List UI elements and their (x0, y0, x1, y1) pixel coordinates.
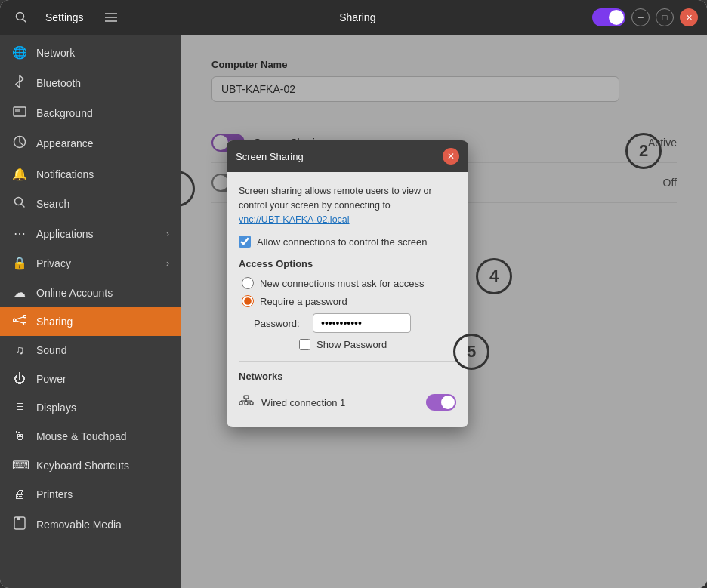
minimize-button[interactable]: ─ (631, 8, 650, 26)
ask-radio[interactable] (242, 277, 254, 289)
online-accounts-icon: ☁ (12, 285, 27, 300)
annotation-3: 3 (181, 171, 195, 207)
modal-body: Screen sharing allows remote users to vi… (227, 172, 468, 427)
show-password-checkbox[interactable] (299, 339, 310, 350)
svg-rect-6 (15, 109, 20, 112)
wired-icon (239, 395, 254, 410)
network-name: Wired connection 1 (261, 397, 418, 408)
network-row: Wired connection 1 (239, 389, 456, 415)
settings-title: Settings (39, 11, 90, 23)
sidebar-item-printers[interactable]: 🖨 Printers (0, 480, 181, 509)
search-nav-icon (12, 196, 27, 211)
search-icon[interactable] (9, 5, 33, 29)
access-options-label: Access Options (239, 258, 456, 269)
svg-rect-18 (239, 402, 242, 405)
allow-connections-row: Allow connections to control the screen (239, 236, 456, 248)
networks-section: Networks (239, 371, 456, 415)
password-input[interactable] (313, 313, 411, 333)
sidebar-item-keyboard-shortcuts[interactable]: ⌨ Keyboard Shortcuts (0, 451, 181, 480)
modal-close-button[interactable]: ✕ (443, 148, 459, 165)
window-title: Sharing (129, 11, 586, 23)
svg-rect-17 (244, 396, 249, 399)
sidebar-item-label: Displays (36, 402, 76, 414)
modal-overlay: 3 Screen Sharing ✕ Screen sharing allows… (181, 35, 707, 588)
sidebar-item-label: Applications (36, 228, 94, 240)
sidebar-item-applications[interactable]: ⋯ Applications › (0, 219, 181, 248)
vnc-link[interactable]: vnc://UBT-KAFKA-02.local (239, 214, 350, 225)
titlebar: Settings Sharing ─ □ ✕ (0, 0, 707, 35)
content-area: 🌐 Network Bluetooth Background (0, 35, 707, 588)
sidebar-item-label: Notifications (36, 168, 94, 180)
network-toggle[interactable] (426, 394, 456, 411)
allow-connections-checkbox[interactable] (239, 236, 251, 248)
sound-icon: ♫ (12, 343, 27, 357)
svg-rect-20 (250, 402, 253, 405)
svg-rect-16 (17, 517, 20, 520)
modal-titlebar: Screen Sharing ✕ (227, 140, 468, 172)
main-toggle[interactable] (592, 8, 625, 26)
sidebar-item-background[interactable]: Background (0, 99, 181, 128)
sidebar: 🌐 Network Bluetooth Background (0, 35, 181, 588)
sidebar-item-label: Printers (36, 488, 73, 500)
show-password-label: Show Password (316, 339, 387, 350)
sidebar-item-privacy[interactable]: 🔒 Privacy › (0, 248, 181, 278)
require-password-label: Require a password (260, 296, 347, 307)
privacy-icon: 🔒 (12, 256, 27, 270)
sidebar-item-label: Mouse & Touchpad (36, 430, 127, 442)
svg-line-9 (22, 205, 25, 208)
window-controls: ─ □ ✕ (592, 8, 698, 26)
modal-title: Screen Sharing (236, 151, 304, 162)
sidebar-item-label: Background (36, 107, 93, 119)
displays-icon: 🖥 (12, 401, 27, 414)
network-icon: 🌐 (12, 45, 27, 60)
sidebar-item-notifications[interactable]: 🔔 Notifications (0, 159, 181, 189)
sidebar-item-appearance[interactable]: Appearance (0, 128, 181, 159)
sidebar-item-bluetooth[interactable]: Bluetooth (0, 67, 181, 99)
applications-chevron: › (166, 229, 169, 239)
screen-sharing-modal: Screen Sharing ✕ Screen sharing allows r… (227, 140, 468, 427)
svg-point-10 (13, 319, 16, 322)
ask-label: New connections must ask for access (260, 278, 424, 289)
appearance-icon (12, 135, 27, 152)
svg-line-1 (23, 20, 26, 23)
sidebar-item-power[interactable]: ⏻ Power (0, 365, 181, 393)
sidebar-item-displays[interactable]: 🖥 Displays (0, 393, 181, 422)
annotation-4: 4 (476, 258, 512, 294)
bluetooth-icon (12, 75, 27, 91)
sidebar-item-sound[interactable]: ♫ Sound (0, 336, 181, 365)
sidebar-item-label: Privacy (36, 257, 71, 269)
require-password-row: Require a password (239, 295, 456, 307)
sidebar-item-online-accounts[interactable]: ☁ Online Accounts (0, 278, 181, 307)
mouse-icon: 🖱 (12, 429, 27, 443)
networks-label: Networks (239, 371, 456, 382)
power-icon: ⏻ (12, 372, 27, 386)
svg-line-13 (16, 317, 24, 319)
require-password-radio[interactable] (242, 295, 254, 307)
ask-access-row: New connections must ask for access (239, 277, 456, 289)
sidebar-item-network[interactable]: 🌐 Network (0, 38, 181, 67)
background-icon (12, 106, 27, 120)
sidebar-item-label: Search (36, 198, 69, 210)
modal-description: Screen sharing allows remote users to vi… (239, 184, 456, 226)
sidebar-item-search[interactable]: Search (0, 189, 181, 219)
menu-icon[interactable] (99, 5, 123, 29)
main-content: Computer Name Screen Sharing Active Off … (181, 35, 707, 588)
svg-rect-19 (245, 402, 248, 405)
divider (239, 361, 456, 362)
allow-connections-label: Allow connections to control the screen (257, 236, 427, 248)
keyboard-icon: ⌨ (12, 458, 27, 473)
password-row: Password: (239, 313, 456, 333)
svg-point-11 (23, 315, 26, 318)
maximize-button[interactable]: □ (656, 8, 674, 26)
close-button[interactable]: ✕ (680, 8, 698, 26)
printers-icon: 🖨 (12, 488, 27, 501)
sidebar-item-removable-media[interactable]: Removable Media (0, 509, 181, 540)
sidebar-item-label: Keyboard Shortcuts (36, 460, 129, 472)
sidebar-item-sharing[interactable]: Sharing (0, 307, 181, 336)
sidebar-item-label: Removable Media (36, 519, 122, 531)
sidebar-item-mouse-touchpad[interactable]: 🖱 Mouse & Touchpad (0, 422, 181, 451)
sidebar-item-label: Power (36, 373, 66, 385)
svg-line-14 (16, 321, 24, 323)
password-label: Password: (254, 318, 307, 329)
sidebar-item-label: Online Accounts (36, 287, 113, 299)
